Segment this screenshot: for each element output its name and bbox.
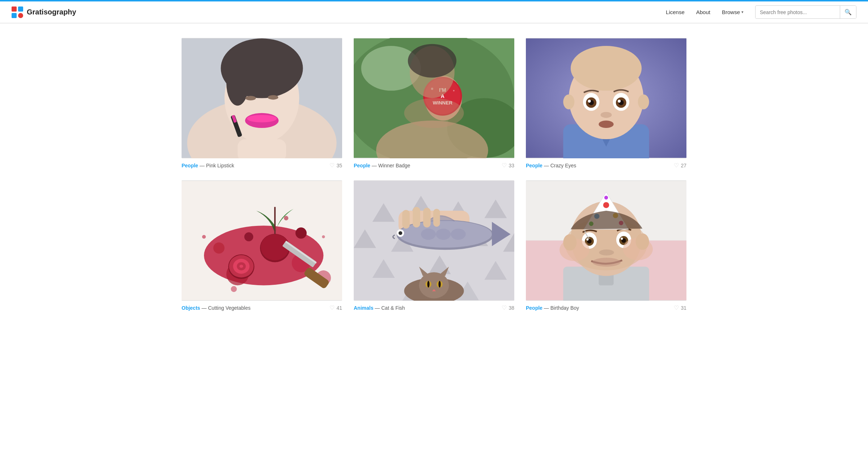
caption-left-cat-fish: Animals — Cat & Fish <box>354 305 405 311</box>
likes-count: 31 <box>681 305 686 311</box>
likes-count: 27 <box>681 163 686 168</box>
search-input[interactable] <box>756 7 840 18</box>
caption-left-birthday-boy: People — Birthday Boy <box>526 305 579 311</box>
svg-point-50 <box>601 112 612 118</box>
caption-left-crazy-eyes: People — Crazy Eyes <box>526 163 576 168</box>
heart-icon[interactable]: ♡ <box>674 304 679 311</box>
heart-icon[interactable]: ♡ <box>502 304 507 311</box>
svg-rect-0 <box>12 7 17 12</box>
logo-icon <box>12 7 23 18</box>
svg-point-9 <box>246 96 256 100</box>
caption-category-cutting-vegetables[interactable]: Objects <box>182 305 200 311</box>
heart-icon[interactable]: ♡ <box>502 162 507 169</box>
svg-rect-1 <box>18 7 23 12</box>
svg-point-12 <box>247 115 277 123</box>
photo-image-winner-badge[interactable]: I'M A WINNER <box>354 38 514 158</box>
svg-rect-99 <box>402 210 410 229</box>
svg-point-53 <box>638 94 649 109</box>
caption-left-winner-badge: People — Winner Badge <box>354 163 410 168</box>
photo-svg-cat-fish <box>354 180 514 301</box>
caption-likes-cutting-vegetables: ♡ 41 <box>329 304 342 311</box>
svg-point-94 <box>436 228 451 240</box>
search-bar: 🔍 <box>755 5 856 19</box>
svg-point-61 <box>322 235 325 238</box>
photo-card-crazy-eyes: People — Crazy Eyes ♡ 27 <box>526 38 686 169</box>
caption-title-pink-lipstick: — Pink Lipstick <box>200 163 234 168</box>
likes-count: 33 <box>509 163 514 168</box>
photo-svg-winner-badge: I'M A WINNER <box>354 38 514 158</box>
svg-point-41 <box>571 46 642 91</box>
logo[interactable]: Gratisography <box>12 7 76 18</box>
photo-card-winner-badge: I'M A WINNER People — Winner <box>354 38 514 169</box>
heart-icon[interactable]: ♡ <box>329 304 335 311</box>
caption-category-pink-lipstick[interactable]: People <box>182 163 198 168</box>
photo-svg-crazy-eyes <box>526 38 686 158</box>
nav-about[interactable]: About <box>696 9 710 15</box>
caption-likes-pink-lipstick: ♡ 35 <box>329 162 342 169</box>
svg-point-35 <box>408 44 456 78</box>
caption-category-cat-fish[interactable]: Animals <box>354 305 373 311</box>
caption-left-pink-lipstick: People — Pink Lipstick <box>182 163 234 168</box>
svg-point-95 <box>451 228 465 240</box>
svg-rect-102 <box>433 209 440 227</box>
caption-category-winner-badge[interactable]: People <box>354 163 370 168</box>
svg-point-63 <box>231 286 237 292</box>
search-icon: 🔍 <box>844 9 852 15</box>
svg-rect-101 <box>423 208 431 228</box>
photo-image-birthday-boy[interactable] <box>526 180 686 301</box>
photo-caption-pink-lipstick: People — Pink Lipstick ♡ 35 <box>182 158 342 169</box>
caption-likes-crazy-eyes: ♡ 27 <box>674 162 686 169</box>
photo-caption-crazy-eyes: People — Crazy Eyes ♡ 27 <box>526 158 686 169</box>
logo-text: Gratisography <box>27 8 76 16</box>
caption-likes-birthday-boy: ♡ 31 <box>674 304 686 311</box>
svg-point-10 <box>268 95 278 99</box>
svg-point-58 <box>213 243 225 254</box>
caption-category-crazy-eyes[interactable]: People <box>526 163 542 168</box>
caption-likes-cat-fish: ♡ 38 <box>502 304 514 311</box>
likes-count: 38 <box>509 305 514 311</box>
main-nav: License About Browse ▾ 🔍 <box>666 5 856 19</box>
photo-caption-cutting-vegetables: Objects — Cutting Vegetables ♡ 41 <box>182 301 342 311</box>
svg-point-139 <box>604 196 608 200</box>
svg-point-48 <box>588 100 591 103</box>
caption-title-cat-fish: — Cat & Fish <box>375 305 405 311</box>
svg-rect-15 <box>238 139 286 158</box>
svg-point-51 <box>599 120 613 128</box>
photo-card-cat-fish: Animals — Cat & Fish ♡ 38 <box>354 180 514 311</box>
nav-browse[interactable]: Browse ▾ <box>722 9 744 15</box>
heart-icon[interactable]: ♡ <box>329 162 335 169</box>
search-button[interactable]: 🔍 <box>840 6 856 18</box>
photo-image-pink-lipstick[interactable] <box>182 38 342 158</box>
svg-point-33 <box>404 98 464 128</box>
svg-point-60 <box>202 235 206 239</box>
photo-svg-birthday-boy <box>526 180 686 301</box>
svg-point-126 <box>621 237 623 240</box>
svg-point-52 <box>563 94 574 109</box>
svg-point-74 <box>295 227 307 239</box>
svg-point-110 <box>438 281 441 288</box>
likes-count: 41 <box>336 305 342 311</box>
svg-point-93 <box>421 228 436 240</box>
caption-title-winner-badge: — Winner Badge <box>372 163 410 168</box>
photo-svg-pink-lipstick <box>182 38 342 158</box>
svg-point-104 <box>419 272 449 298</box>
heart-icon[interactable]: ♡ <box>674 162 679 169</box>
svg-point-70 <box>239 265 243 268</box>
svg-point-49 <box>618 100 621 103</box>
caption-left-cutting-vegetables: Objects — Cutting Vegetables <box>182 305 251 311</box>
photo-image-cat-fish[interactable] <box>354 180 514 301</box>
svg-point-131 <box>563 234 576 250</box>
svg-point-128 <box>592 258 621 267</box>
photo-image-cutting-vegetables[interactable] <box>182 180 342 301</box>
caption-title-crazy-eyes: — Crazy Eyes <box>544 163 576 168</box>
svg-point-127 <box>599 249 614 256</box>
svg-point-8 <box>226 61 249 106</box>
svg-point-134 <box>603 202 609 208</box>
main-content: People — Pink Lipstick ♡ 35 <box>170 23 698 326</box>
svg-point-109 <box>427 281 429 288</box>
svg-point-62 <box>284 216 288 220</box>
caption-category-birthday-boy[interactable]: People <box>526 305 542 311</box>
photo-image-crazy-eyes[interactable] <box>526 38 686 158</box>
nav-license[interactable]: License <box>666 9 685 15</box>
svg-point-3 <box>18 13 23 18</box>
